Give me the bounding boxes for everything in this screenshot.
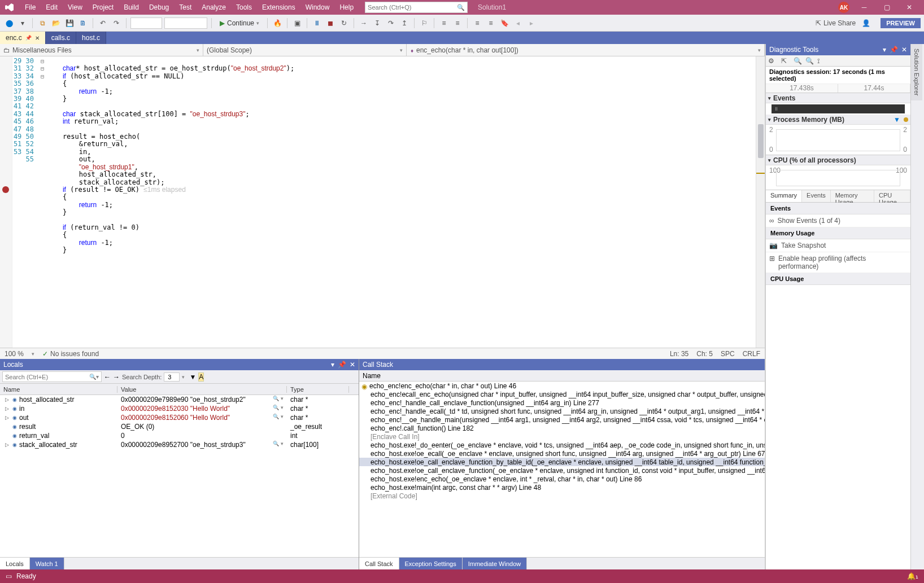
indent-icon[interactable]: ≡ xyxy=(438,17,450,29)
tab-host-c[interactable]: host.c xyxy=(76,32,106,44)
export-icon[interactable]: ⇱ xyxy=(781,57,787,65)
search-back-icon[interactable]: ← xyxy=(104,373,111,381)
scroll-thumb[interactable] xyxy=(758,124,764,158)
global-search[interactable]: 🔍 xyxy=(365,2,468,13)
reset-zoom-icon[interactable]: ⟟ xyxy=(817,57,820,65)
cpu-section-header[interactable]: ▾CPU (% of all processors) xyxy=(766,155,910,165)
menu-test[interactable]: Test xyxy=(175,2,196,13)
pause-icon[interactable]: ⏸ xyxy=(311,17,322,29)
continue-button[interactable]: ▶Continue▾ xyxy=(216,17,263,29)
locals-row[interactable]: ▷◉ stack_allocated_str0x00000209e8952700… xyxy=(0,440,359,449)
class-scope-dropdown[interactable]: (Global Scope)▾ xyxy=(203,44,407,56)
indent-mode[interactable]: SPC xyxy=(721,350,735,358)
highlight-icon[interactable]: A xyxy=(198,372,204,382)
show-events-link[interactable]: ∞Show Events (1 of 4) xyxy=(766,214,910,227)
close-icon[interactable]: ✕ xyxy=(350,361,355,369)
close-icon[interactable]: ✕ xyxy=(35,35,40,41)
issues-indicator[interactable]: ✓No issues found xyxy=(42,350,99,358)
stop-icon[interactable]: ◼ xyxy=(325,17,336,29)
locals-row[interactable]: ◉ return_val0int xyxy=(0,431,359,440)
locals-tab[interactable]: Locals xyxy=(0,558,30,569)
restart-icon[interactable]: ↻ xyxy=(338,17,350,29)
menu-view[interactable]: View xyxy=(63,2,87,13)
menu-debug[interactable]: Debug xyxy=(145,2,173,13)
solution-explorer-tab[interactable]: Solution Explorer xyxy=(911,44,922,100)
tab-enc-c[interactable]: enc.c📌✕ xyxy=(0,32,46,44)
enable-heap-link[interactable]: ⊞Enable heap profiling (affects performa… xyxy=(766,252,910,273)
nav-fwd-icon[interactable]: ▾ xyxy=(17,17,28,29)
locals-grid[interactable]: Name Value Type ▷◉ host_allocated_str0x0… xyxy=(0,384,359,557)
menu-help[interactable]: Help xyxy=(335,2,358,13)
save-icon[interactable]: 💾 xyxy=(64,17,75,29)
global-search-input[interactable] xyxy=(368,4,457,11)
zoom-level[interactable]: 100 % xyxy=(5,350,24,358)
close-icon[interactable]: ✕ xyxy=(901,46,907,54)
dropdown-icon[interactable]: ▾ xyxy=(883,46,886,54)
hot-reload-icon[interactable]: 🔥 xyxy=(272,17,283,29)
comment-icon[interactable]: ≡ xyxy=(472,17,483,29)
step-out-icon[interactable]: ↥ xyxy=(399,17,410,29)
redo-icon[interactable]: ↷ xyxy=(111,17,122,29)
locals-search[interactable]: 🔍▾ xyxy=(2,371,102,382)
summary-tab[interactable]: Summary xyxy=(766,190,802,202)
col-name[interactable]: Name xyxy=(0,386,117,393)
callstack-tab[interactable]: Call Stack xyxy=(359,558,399,569)
watch1-tab[interactable]: Watch 1 xyxy=(30,558,64,569)
diagnostic-header[interactable]: Diagnostic Tools ▾📌✕ xyxy=(766,44,910,55)
maximize-button[interactable]: ▢ xyxy=(875,0,898,15)
search-fwd-icon[interactable]: → xyxy=(113,373,120,381)
diagnostic-timeline[interactable]: 17.438s 17.44s xyxy=(766,84,910,93)
preview-badge[interactable]: PREVIEW xyxy=(881,18,921,28)
tab-calls-c[interactable]: calls.c xyxy=(46,32,76,44)
function-scope-dropdown[interactable]: ⬧enc_echo(char * in, char out[100])▾ xyxy=(407,44,765,56)
pin-icon[interactable]: 📌 xyxy=(338,361,346,369)
col-value[interactable]: Value xyxy=(117,386,287,393)
line-ending[interactable]: CRLF xyxy=(743,350,760,358)
memory-section-header[interactable]: ▾Process Memory (MB)▼ xyxy=(766,115,910,125)
menu-extensions[interactable]: Extensions xyxy=(258,2,300,13)
open-icon[interactable]: 📂 xyxy=(50,17,62,29)
menu-build[interactable]: Build xyxy=(119,2,143,13)
solution-name[interactable]: Solution1 xyxy=(473,2,511,12)
exception-settings-tab[interactable]: Exception Settings xyxy=(399,558,463,569)
glyph-margin[interactable] xyxy=(0,56,12,348)
live-share-button[interactable]: ⇱Live Share xyxy=(816,19,856,27)
cpu-chart[interactable]: 100 100 xyxy=(766,165,910,190)
outdent-icon[interactable]: ≡ xyxy=(452,17,463,29)
config-dropdown[interactable] xyxy=(130,17,162,29)
step-into-icon[interactable]: ↧ xyxy=(372,17,383,29)
pin-icon[interactable]: 📌 xyxy=(890,46,898,54)
filter-icon[interactable]: ▼ xyxy=(189,373,196,381)
search-depth-select[interactable]: 3 xyxy=(164,372,180,382)
save-all-icon[interactable]: 🗎 xyxy=(77,17,89,29)
zoom-in-icon[interactable]: 🔍 xyxy=(794,57,802,65)
breakpoint-glyph[interactable] xyxy=(2,186,9,193)
notifications-icon[interactable]: 🔔₁ xyxy=(907,572,918,580)
locals-row[interactable]: ▷◉ in0x00000209e8152030 "Hello World" 🔍 … xyxy=(0,404,359,413)
undo-icon[interactable]: ↶ xyxy=(97,17,108,29)
nav-back-icon[interactable]: ⬤ xyxy=(3,17,15,29)
events-tab[interactable]: Events xyxy=(802,190,831,202)
menu-project[interactable]: Project xyxy=(88,2,118,13)
locals-header[interactable]: Locals ▾📌✕ xyxy=(0,359,359,370)
pin-icon[interactable]: 📌 xyxy=(25,35,32,41)
col-type[interactable]: Type xyxy=(287,386,349,393)
memory-chart[interactable]: 2 2 0 0 xyxy=(766,125,910,155)
close-button[interactable]: ✕ xyxy=(898,0,921,15)
bookmark-icon[interactable]: 🔖 xyxy=(499,17,510,29)
dropdown-icon[interactable]: ▾ xyxy=(331,361,334,369)
events-section-header[interactable]: ▾Events xyxy=(766,93,910,103)
menu-edit[interactable]: Edit xyxy=(41,2,62,13)
project-scope-dropdown[interactable]: 🗀Miscellaneous Files▾ xyxy=(0,44,203,56)
menu-analyze[interactable]: Analyze xyxy=(197,2,230,13)
screenshot-icon[interactable]: ▣ xyxy=(291,17,303,29)
platform-dropdown[interactable] xyxy=(164,17,207,29)
step-over-icon[interactable]: ↷ xyxy=(385,17,396,29)
show-next-icon[interactable]: → xyxy=(358,17,369,29)
menu-file[interactable]: File xyxy=(20,2,40,13)
prev-bookmark-icon[interactable]: ◂ xyxy=(512,17,524,29)
menu-window[interactable]: Window xyxy=(301,2,334,13)
minimize-button[interactable]: ─ xyxy=(853,0,875,15)
user-avatar[interactable]: AK xyxy=(838,2,849,13)
code-editor[interactable]: 29 30 31 32 33 34 35 36 37 38 39 40 41 4… xyxy=(0,56,765,348)
